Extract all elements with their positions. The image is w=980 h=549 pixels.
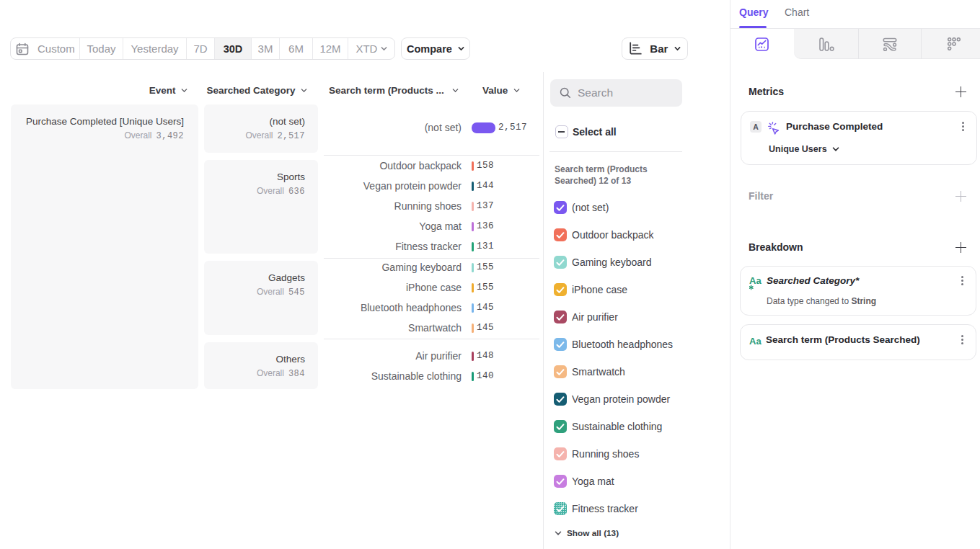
svg-text:Aa: Aa	[749, 275, 762, 286]
svg-text:Aa: Aa	[749, 336, 762, 347]
